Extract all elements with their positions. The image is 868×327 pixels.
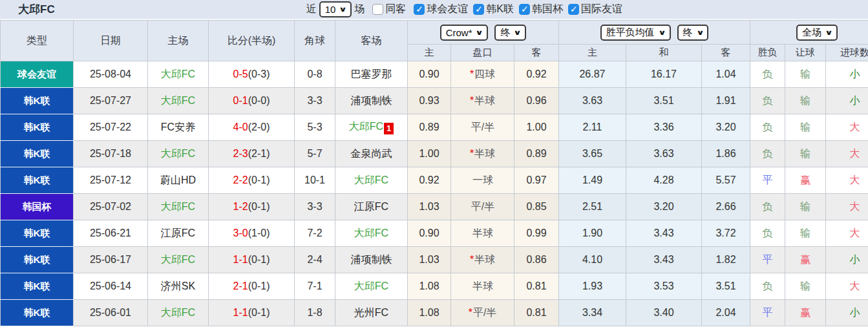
match-date: 25-06-01	[74, 300, 148, 326]
score-cell: 1-2(0-1)	[209, 194, 295, 220]
full-time-score: 1-1	[233, 254, 248, 265]
match-type: 韩K联	[1, 114, 74, 141]
odds-time-select[interactable]: 终 ∨	[494, 25, 526, 41]
full-time-score: 3-0	[233, 227, 248, 238]
home-team[interactable]: FC安养	[148, 114, 209, 141]
kleague-label: 韩K联	[486, 3, 514, 16]
table-row: 韩K联 25-06-21 江原FC 3-0(1-0) 7-2 大邱FC 0.90…	[1, 220, 868, 247]
away-team[interactable]: 江原FC	[335, 194, 408, 220]
avg-draw: 3.43	[626, 247, 702, 273]
corner-count: 3-3	[295, 194, 335, 220]
handicap-cell: 半球	[451, 273, 514, 300]
away-team[interactable]: 大邱FC	[335, 167, 408, 194]
col-header-away: 客场	[335, 21, 408, 61]
away-team-name: 大邱FC	[354, 174, 388, 185]
half-time-score: (0-1)	[248, 201, 270, 212]
result-handicap: 输	[785, 220, 826, 247]
half-time-score: (0-1)	[248, 307, 270, 318]
result-handicap: 赢	[785, 167, 826, 194]
half-time-score: (0-0)	[248, 95, 270, 106]
avg-type-select[interactable]: 胜平负均值 ∨	[600, 25, 671, 41]
handicap-cell: *半球	[451, 88, 514, 114]
match-date: 25-06-14	[74, 273, 148, 300]
home-team[interactable]: 大邱FC	[148, 247, 209, 273]
away-team[interactable]: 大邱FC	[335, 220, 408, 247]
home-team-name: 大邱FC	[161, 95, 195, 106]
handicap-value: 平/半	[473, 307, 496, 318]
handicap-cell: 平/半	[451, 194, 514, 220]
avg-draw: 16.17	[626, 61, 702, 88]
same-away-checkbox[interactable]	[372, 4, 383, 15]
handicap-cell: 半球	[451, 220, 514, 247]
home-team[interactable]: 大邱FC	[148, 194, 209, 220]
odds-home: 0.90	[408, 220, 451, 247]
avg-draw: 3.63	[626, 141, 702, 167]
home-team[interactable]: 大邱FC	[148, 141, 209, 167]
club-friendly-checkbox[interactable]	[414, 4, 425, 15]
score-cell: 2-3(2-1)	[209, 141, 295, 167]
home-team[interactable]: 大邱FC	[148, 300, 209, 326]
handicap-star: *	[470, 69, 474, 79]
filter-kleague: 韩K联	[468, 3, 514, 16]
intl-friendly-checkbox[interactable]	[568, 4, 579, 15]
result-scope-select[interactable]: 全场 ∨	[796, 25, 838, 41]
korea-cup-label: 韩国杯	[532, 3, 563, 16]
chevron-down-icon: ∨	[476, 28, 484, 37]
avg-draw: 3.40	[626, 300, 702, 326]
away-team[interactable]: 大邱FC	[335, 273, 408, 300]
match-history-table: 类型 日期 主场 比分(半场) 角球 客场 Crow* ∨ 终 ∨	[0, 20, 868, 326]
away-team[interactable]: 巴塞罗那	[335, 61, 408, 88]
result-goals: 大	[826, 273, 868, 300]
result-wdl: 平	[750, 300, 785, 326]
home-team[interactable]: 大邱FC	[148, 88, 209, 114]
col-header-date: 日期	[74, 21, 148, 61]
score-cell: 2-1(0-1)	[209, 273, 295, 300]
home-team-name: 大邱FC	[161, 69, 195, 79]
handicap-cell: *半球	[451, 141, 514, 167]
avg-away: 2.04	[702, 300, 750, 326]
match-date: 25-07-02	[74, 194, 148, 220]
away-team[interactable]: 浦项制铁	[335, 88, 408, 114]
away-team-name: 金泉尚武	[351, 148, 392, 159]
home-team[interactable]: 江原FC	[148, 220, 209, 247]
full-time-score: 2-2	[233, 174, 248, 185]
corner-count: 0-8	[295, 61, 335, 88]
chevron-down-icon: ∨	[825, 28, 833, 37]
away-team-name: 光州FC	[354, 307, 388, 318]
home-team[interactable]: 大邱FC	[148, 61, 209, 88]
home-team-name: 济州SK	[161, 280, 195, 291]
handicap-star: *	[470, 254, 474, 265]
odds-company-select[interactable]: Crow* ∨	[440, 25, 489, 41]
result-wdl: 负	[750, 141, 785, 167]
away-team[interactable]: 金泉尚武	[335, 141, 408, 167]
away-team[interactable]: 浦项制铁	[335, 247, 408, 273]
match-date: 25-07-27	[74, 88, 148, 114]
korea-cup-checkbox[interactable]	[519, 4, 530, 15]
corner-count: 7-1	[295, 273, 335, 300]
half-time-score: (0-3)	[248, 69, 270, 79]
avg-time-select[interactable]: 终 ∨	[677, 25, 709, 41]
home-team[interactable]: 济州SK	[148, 273, 209, 300]
avg-home: 3.65	[559, 141, 626, 167]
match-type: 球会友谊	[1, 61, 74, 88]
avg-away: 1.82	[702, 247, 750, 273]
result-goals: 大	[826, 194, 868, 220]
home-team[interactable]: 蔚山HD	[148, 167, 209, 194]
full-time-score: 1-2	[233, 201, 248, 212]
table-row: 球会友谊 25-08-04 大邱FC 0-5(0-3) 0-8 巴塞罗那 0.9…	[1, 61, 868, 88]
handicap-cell: 一球	[451, 167, 514, 194]
table-row: 韩K联 25-07-18 大邱FC 2-3(2-1) 5-7 金泉尚武 1.00…	[1, 141, 868, 167]
avg-away: 2.66	[702, 194, 750, 220]
avg-away: 5.57	[702, 167, 750, 194]
table-row: 韩国杯 25-07-02 大邱FC 1-2(0-1) 3-3 江原FC 1.03…	[1, 194, 868, 220]
away-team[interactable]: 光州FC	[335, 300, 408, 326]
sub-header-odds-home: 主	[408, 45, 451, 61]
kleague-checkbox[interactable]	[473, 4, 484, 15]
avg-away: 1.04	[702, 61, 750, 88]
recent-count-select[interactable]: 10 ∨	[319, 1, 352, 17]
handicap-value: 四球	[474, 69, 495, 79]
col-header-type: 类型	[1, 21, 74, 61]
type-filter-group: 球会友谊 韩K联 韩国杯 国际友谊	[408, 3, 622, 16]
chevron-down-icon: ∨	[696, 28, 704, 37]
away-team[interactable]: 大邱FC1	[335, 114, 408, 141]
